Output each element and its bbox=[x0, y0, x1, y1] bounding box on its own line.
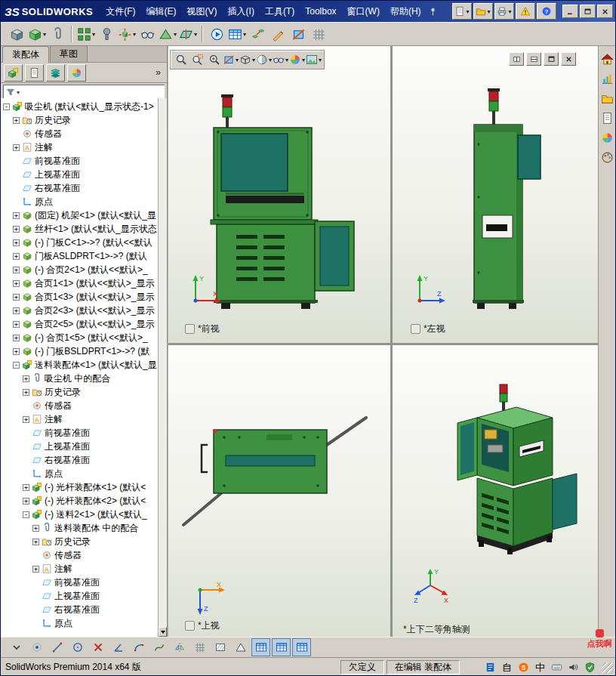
expand-icon[interactable]: + bbox=[23, 498, 29, 505]
expand-icon[interactable]: + bbox=[23, 389, 29, 396]
tree-scrollbar[interactable] bbox=[158, 98, 167, 637]
help-button[interactable] bbox=[537, 3, 556, 20]
keyboard[interactable] bbox=[550, 660, 564, 674]
insert-component-button[interactable]: ▾ bbox=[27, 23, 47, 45]
tree-filter-bar[interactable]: ▾ bbox=[3, 85, 165, 100]
tree-item[interactable]: 右视基准面 bbox=[1, 603, 159, 616]
speaker[interactable] bbox=[566, 660, 581, 674]
tree-item[interactable]: +注解 bbox=[1, 412, 159, 426]
editing-state[interactable]: 在编辑 装配体 bbox=[387, 660, 460, 674]
bill-of-materials-button[interactable]: ▾ bbox=[227, 23, 247, 45]
open-document-button[interactable]: ▾ bbox=[473, 3, 493, 20]
expand-icon[interactable]: + bbox=[13, 267, 20, 273]
line-tool-button[interactable] bbox=[48, 638, 66, 656]
viewport-top[interactable]: X Z *上视 bbox=[168, 345, 390, 637]
expand-icon[interactable]: + bbox=[13, 294, 20, 301]
hatch-tool-button[interactable] bbox=[211, 638, 229, 656]
insert-component-dropdown-icon[interactable]: ▾ bbox=[43, 31, 46, 38]
menu-item-4[interactable]: 工具(T) bbox=[260, 3, 300, 20]
ime-auto[interactable]: 自 bbox=[500, 660, 514, 674]
tree-item[interactable]: 原点 bbox=[1, 616, 159, 630]
tree-item[interactable]: 原点 bbox=[1, 195, 159, 208]
linear-component-pattern-dropdown-icon[interactable]: ▾ bbox=[92, 31, 95, 38]
menu-item-6[interactable]: 窗口(W) bbox=[342, 3, 385, 20]
expand-icon[interactable]: + bbox=[13, 226, 20, 233]
print-dropdown-icon[interactable]: ▾ bbox=[508, 8, 511, 15]
expand-icon[interactable]: + bbox=[23, 416, 29, 423]
smart-dimension-button[interactable] bbox=[109, 638, 128, 656]
expand-icon[interactable]: + bbox=[13, 335, 20, 341]
expand-icon[interactable]: + bbox=[32, 525, 39, 532]
property-manager-button[interactable] bbox=[25, 64, 44, 82]
edit-assembly-button[interactable] bbox=[7, 23, 26, 45]
menu-item-0[interactable]: 文件(F) bbox=[100, 3, 140, 20]
exploded-view-button[interactable] bbox=[248, 23, 267, 45]
tree-item[interactable]: +丝杆<1> (默认<默认_显示状态 bbox=[1, 222, 159, 236]
expand-icon[interactable]: + bbox=[13, 212, 20, 219]
mirror-entities-button[interactable] bbox=[170, 638, 189, 656]
design-library-button[interactable] bbox=[600, 72, 614, 86]
tree-item[interactable]: 右视基准面 bbox=[1, 181, 159, 195]
display-manager-button[interactable] bbox=[67, 64, 86, 82]
zoom-to-area-button[interactable] bbox=[189, 52, 205, 68]
zoom-in-out-button[interactable] bbox=[206, 52, 222, 68]
viewport-front[interactable]: Y X *前视 bbox=[168, 46, 390, 343]
sogou-input[interactable] bbox=[516, 660, 531, 674]
menu-item-1[interactable]: 编辑(E) bbox=[141, 3, 182, 20]
more-tools-button[interactable] bbox=[7, 638, 26, 656]
tab-sketch[interactable]: 草图 bbox=[50, 45, 88, 62]
tree-item[interactable]: 上视基准面 bbox=[1, 589, 159, 603]
tree-item[interactable]: 前视基准面 bbox=[1, 426, 159, 440]
expand-icon[interactable]: + bbox=[13, 280, 20, 287]
tree-item[interactable]: 传感器 bbox=[1, 548, 159, 562]
tree-item[interactable]: +合页2<3> (默认<<默认>_显示 bbox=[1, 304, 159, 317]
bill-of-materials-dropdown-icon[interactable]: ▾ bbox=[243, 31, 246, 38]
tree-item[interactable]: +合页1<1> (默认<<默认>_显示 bbox=[1, 276, 159, 290]
expand-icon[interactable]: + bbox=[13, 239, 20, 246]
split-view-horizontal-button[interactable] bbox=[509, 52, 524, 66]
move-component-dropdown-icon[interactable]: ▾ bbox=[133, 31, 136, 38]
expand-icon[interactable]: + bbox=[23, 375, 29, 382]
tree-item[interactable]: 上视基准面 bbox=[1, 168, 159, 181]
tree-item[interactable]: 传感器 bbox=[1, 399, 159, 412]
expand-icon[interactable]: + bbox=[13, 321, 20, 328]
filter-dropdown-icon[interactable]: ▾ bbox=[17, 89, 20, 96]
apply-scene-dropdown-icon[interactable]: ▾ bbox=[319, 57, 322, 63]
expand-icon[interactable]: + bbox=[13, 117, 20, 124]
linear-component-pattern-button[interactable]: ▾ bbox=[76, 23, 96, 45]
ad-text[interactable]: 点我啊 bbox=[587, 638, 612, 650]
display-style-dropdown-icon[interactable]: ▾ bbox=[269, 57, 272, 63]
tree-item[interactable]: +(-) 光杆装配体<1> (默认< bbox=[1, 480, 159, 494]
tree-item[interactable]: +历史记录 bbox=[1, 535, 159, 548]
appearances-scenes-button[interactable] bbox=[600, 131, 614, 145]
display-style-button[interactable]: ▾ bbox=[256, 52, 272, 68]
expand-icon[interactable]: + bbox=[23, 484, 29, 491]
expand-icon[interactable]: + bbox=[13, 307, 20, 314]
tree-item[interactable]: -送料装配体<1> (默认<默认_显 bbox=[1, 358, 159, 372]
tree-item[interactable]: +历史记录 bbox=[1, 113, 159, 127]
maximize-button[interactable] bbox=[580, 5, 596, 18]
solidworks-resources-button[interactable] bbox=[600, 52, 614, 66]
move-component-button[interactable]: ▾ bbox=[117, 23, 137, 45]
menu-item-5[interactable]: Toolbox bbox=[300, 4, 341, 19]
resize-grip[interactable] bbox=[602, 662, 613, 673]
point-tool-button[interactable] bbox=[27, 638, 46, 656]
hide-show-items-button[interactable]: ▾ bbox=[273, 52, 288, 68]
collapse-icon[interactable]: - bbox=[13, 362, 20, 369]
scroll-down-button[interactable] bbox=[159, 627, 167, 637]
view-orientation-dropdown-icon[interactable]: ▾ bbox=[252, 57, 255, 63]
minimize-button[interactable] bbox=[562, 5, 578, 18]
circle-tool-button[interactable] bbox=[68, 638, 87, 656]
collapse-icon[interactable]: - bbox=[3, 103, 10, 110]
view-orientation-button[interactable]: ▾ bbox=[239, 52, 255, 68]
collapse-icon[interactable]: - bbox=[23, 511, 29, 518]
tree-item[interactable]: +(-) 光杆装配体<2> (默认< bbox=[1, 494, 159, 508]
new-motion-study-button[interactable] bbox=[207, 23, 226, 45]
section-view-button[interactable]: ▾ bbox=[223, 52, 239, 68]
close-button[interactable] bbox=[597, 5, 613, 18]
new-document-button[interactable]: ▾ bbox=[452, 3, 472, 20]
tree-item[interactable]: +(-) 合页1<5> (默认<<默认>_ bbox=[1, 331, 159, 344]
expand-icon[interactable]: + bbox=[32, 566, 39, 573]
tree-item[interactable]: 前视基准面 bbox=[1, 576, 159, 589]
tree-item[interactable]: +合页1<3> (默认<<默认>_显示 bbox=[1, 290, 159, 304]
